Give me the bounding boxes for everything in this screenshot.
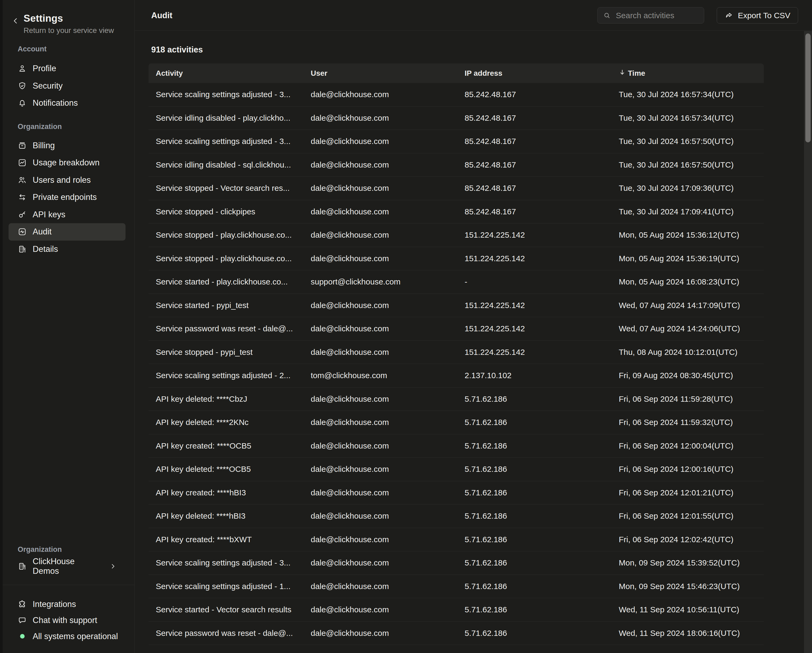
search-input[interactable] — [615, 11, 697, 20]
cell-activity: API key deleted: ****OCB5 — [148, 465, 304, 474]
cell-activity: Service stopped - play.clickhouse.co... — [148, 254, 304, 263]
cell-activity: Service idling disabled - play.clickho..… — [148, 113, 304, 122]
column-header-time[interactable]: Time — [612, 69, 764, 78]
cell-user: dale@clickhouse.com — [304, 605, 457, 614]
status-dot — [20, 634, 24, 639]
sidebar-item-label: Billing — [33, 141, 55, 150]
sidebar-link-chat-with-support[interactable]: Chat with support — [0, 612, 134, 629]
sidebar-item-label: API keys — [33, 210, 65, 220]
cell-activity: API key created: ****bXWT — [148, 535, 304, 544]
organization-selector[interactable]: ClickHouse Demos — [0, 558, 134, 575]
cell-user: dale@clickhouse.com — [304, 207, 457, 216]
cell-time: Fri, 06 Sep 2024 12:02:42(UTC) — [612, 535, 764, 544]
sidebar-item-users-and-roles[interactable]: Users and roles — [9, 172, 125, 189]
cell-activity: API key created: ****hBI3 — [148, 488, 304, 497]
cell-activity: Service scaling settings adjusted - 3... — [148, 558, 304, 568]
cell-user: dale@clickhouse.com — [304, 184, 457, 193]
cell-activity: API key deleted: ****2KNc — [148, 418, 304, 427]
back-button[interactable] — [10, 15, 21, 27]
sidebar-item-billing[interactable]: Billing — [9, 137, 125, 154]
cell-user: dale@clickhouse.com — [304, 254, 457, 263]
cell-user: dale@clickhouse.com — [304, 418, 457, 427]
cell-user: dale@clickhouse.com — [304, 441, 457, 450]
sidebar-item-private-endpoints[interactable]: Private endpoints — [9, 189, 125, 206]
export-csv-button[interactable]: Export To CSV — [717, 7, 798, 24]
sidebar-item-profile[interactable]: Profile — [9, 60, 125, 77]
cell-ip: 85.242.48.167 — [457, 113, 612, 122]
cell-activity: Service stopped - observability-demo — [148, 652, 304, 653]
table-row: Service stopped - play.clickhouse.co...d… — [148, 223, 764, 247]
cell-activity: Service password was reset - dale@... — [148, 324, 304, 333]
cell-time: Fri, 06 Sep 2024 12:01:55(UTC) — [612, 511, 764, 520]
cell-time: Mon, 09 Sep 2024 15:39:52(UTC) — [612, 558, 764, 568]
column-header-ip-address[interactable]: IP address — [457, 69, 612, 78]
sidebar-links: IntegrationsChat with supportAll systems… — [0, 596, 134, 644]
sidebar-item-notifications[interactable]: Notifications — [9, 95, 125, 112]
cell-user: dale@clickhouse.com — [304, 558, 457, 568]
sidebar-item-details[interactable]: Details — [9, 241, 125, 258]
cell-ip: 85.242.48.167 — [457, 137, 612, 146]
bell-icon — [18, 99, 27, 108]
cell-activity: API key created: ****OCB5 — [148, 441, 304, 450]
table-row: Service scaling settings adjusted - 3...… — [148, 551, 764, 575]
sidebar-link-integrations[interactable]: Integrations — [0, 596, 134, 612]
cell-ip: 5.71.62.186 — [457, 652, 612, 653]
cell-ip: 151.224.225.142 — [457, 230, 612, 240]
cell-ip: 5.71.62.186 — [457, 535, 612, 544]
cell-ip: 5.71.62.186 — [457, 605, 612, 614]
table-row: API key deleted: ****CbzJdale@clickhouse… — [148, 388, 764, 411]
cell-time: Tue, 30 Jul 2024 17:09:41(UTC) — [612, 207, 764, 216]
chat-icon — [18, 616, 27, 625]
sidebar-link-label: Integrations — [33, 600, 76, 609]
table-row: Service scaling settings adjusted - 1...… — [148, 575, 764, 598]
cell-time: Mon, 05 Aug 2024 15:36:19(UTC) — [612, 254, 764, 263]
sidebar-item-label: Private endpoints — [33, 192, 97, 202]
table-row: API key created: ****hBI3dale@clickhouse… — [148, 481, 764, 505]
cell-activity: Service stopped - pypi_test — [148, 348, 304, 357]
puzzle-icon — [18, 600, 27, 609]
cell-ip: 151.224.225.142 — [457, 301, 612, 310]
cell-activity: Service stopped - Vector search res... — [148, 184, 304, 193]
cell-time: Fri, 06 Sep 2024 12:01:21(UTC) — [612, 488, 764, 497]
cell-user: dale@clickhouse.com — [304, 160, 457, 169]
cell-activity: Service stopped - play.clickhouse.co... — [148, 230, 304, 240]
table-row: Service idling disabled - sql.clickhou..… — [148, 153, 764, 177]
audit-icon — [18, 227, 27, 236]
sidebar-item-label: Notifications — [33, 98, 78, 108]
sidebar-item-audit[interactable]: Audit — [9, 223, 125, 241]
sidebar-item-security[interactable]: Security — [9, 77, 125, 95]
sidebar-item-usage-breakdown[interactable]: Usage breakdown — [9, 154, 125, 172]
cell-time: Thu, 12 Sep 2024 08:42:44(UTC) — [612, 652, 764, 653]
scrollbar-thumb[interactable] — [805, 34, 810, 142]
cell-ip: 5.71.62.186 — [457, 629, 612, 638]
cell-time: Fri, 06 Sep 2024 12:00:04(UTC) — [612, 441, 764, 450]
sidebar-title: Settings — [24, 13, 63, 24]
table-row: Service stopped - pypi_testdale@clickhou… — [148, 341, 764, 364]
cell-ip: 151.224.225.142 — [457, 254, 612, 263]
sidebar-item-api-keys[interactable]: API keys — [9, 206, 125, 223]
cell-activity: Service scaling settings adjusted - 2... — [148, 371, 304, 380]
usage-chart-icon — [18, 158, 27, 167]
cell-user: dale@clickhouse.com — [304, 511, 457, 520]
cell-time: Tue, 30 Jul 2024 16:57:34(UTC) — [612, 113, 764, 122]
sidebar-item-label: Users and roles — [33, 175, 91, 185]
cell-user: dale@clickhouse.com — [304, 90, 457, 99]
cell-ip: 5.71.62.186 — [457, 511, 612, 520]
chevron-left-icon — [11, 16, 20, 26]
sidebar-link-label: Chat with support — [33, 616, 97, 625]
column-header-label: Time — [628, 69, 645, 78]
table-row: API key deleted: ****2KNcdale@clickhouse… — [148, 411, 764, 434]
column-header-user[interactable]: User — [304, 69, 457, 78]
column-header-activity[interactable]: Activity — [148, 69, 304, 78]
cell-ip: 5.71.62.186 — [457, 441, 612, 450]
cell-ip: 85.242.48.167 — [457, 207, 612, 216]
cell-time: Wed, 11 Sep 2024 18:06:16(UTC) — [612, 629, 764, 638]
cell-ip: 2.137.10.102 — [457, 371, 612, 380]
cell-activity: Service password was reset - dale@... — [148, 629, 304, 638]
cell-ip: 85.242.48.167 — [457, 184, 612, 193]
sidebar-link-all-systems-operational[interactable]: All systems operational — [0, 629, 134, 644]
column-header-label: Activity — [156, 69, 183, 78]
audit-table: ActivityUserIP addressTime Service scali… — [148, 63, 764, 653]
sidebar-subtitle: Return to your service view — [24, 26, 114, 35]
cell-ip: 85.242.48.167 — [457, 160, 612, 169]
